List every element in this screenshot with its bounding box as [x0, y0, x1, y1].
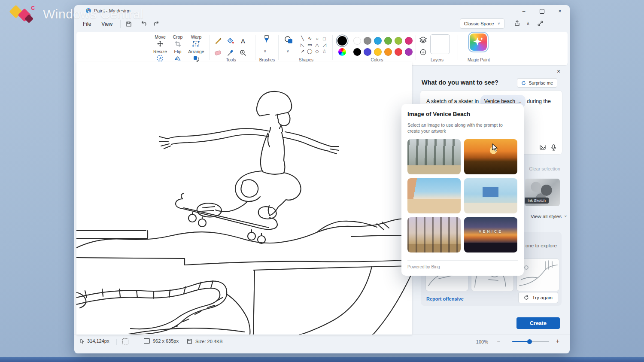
shape-rounded-rect[interactable]: ▭: [307, 42, 313, 48]
shape-rectangle[interactable]: □: [321, 35, 328, 42]
paint-window: Paint - My design – × File View: [74, 5, 570, 353]
file-size: Size: 20.4KB: [187, 338, 223, 344]
shape-right-triangle[interactable]: ◿: [321, 42, 328, 48]
add-layer-button[interactable]: [418, 47, 428, 57]
shape-polygon[interactable]: ◺: [299, 42, 306, 48]
swatch-light-green[interactable]: [395, 37, 402, 45]
zoom-slider-thumb[interactable]: [527, 339, 532, 344]
crop-tool[interactable]: Crop: [168, 34, 188, 49]
zoom-slider[interactable]: [512, 341, 549, 342]
taskbar-edge[interactable]: [0, 357, 644, 362]
shape-star[interactable]: ☆: [321, 48, 328, 55]
zoom-out-button[interactable]: −: [497, 338, 500, 344]
shape-ellipse[interactable]: ○: [314, 35, 320, 42]
powered-by-bing-label: Powered by Bing: [407, 265, 440, 269]
popup-image-boardwalk-cyclists[interactable]: [407, 178, 461, 213]
fill-bucket-icon: [227, 37, 234, 45]
mouse-cursor: [492, 143, 498, 152]
selection-size: [122, 338, 128, 344]
redo-button[interactable]: [151, 19, 162, 29]
add-image-icon[interactable]: [540, 144, 546, 150]
flip-tool[interactable]: Flip: [168, 49, 188, 64]
eraser-tool[interactable]: [213, 48, 223, 58]
shape-curve[interactable]: ∿: [307, 35, 313, 42]
magic-paint-sparkle-icon: [472, 36, 485, 49]
swatch-green[interactable]: [384, 37, 392, 45]
desktop: Paint - My design – × File View: [0, 0, 644, 362]
color-wheel-picker[interactable]: [338, 48, 346, 56]
shapes-icon: [284, 36, 294, 44]
color-picker-tool[interactable]: [226, 48, 235, 58]
style-thumbnail-ink-sketch[interactable]: Ink Sketch: [525, 179, 560, 206]
eraser-icon: [214, 49, 222, 56]
swatch-purple[interactable]: [405, 48, 413, 56]
swatch-indigo[interactable]: [364, 48, 371, 56]
warp-icon: [192, 40, 200, 47]
swatch-gray[interactable]: [364, 37, 371, 45]
text-tool[interactable]: A: [238, 36, 248, 46]
collapse-ribbon-button[interactable]: ∧: [522, 18, 534, 28]
selection-icon: [122, 338, 128, 344]
popup-image-lifeguard-tower[interactable]: [464, 178, 517, 213]
share-button[interactable]: [511, 18, 522, 28]
add-layer-icon: [420, 49, 426, 55]
popup-divider: [407, 260, 518, 261]
close-button[interactable]: ×: [551, 5, 569, 17]
brush-tool[interactable]: [262, 35, 271, 45]
pencil-tool[interactable]: [213, 36, 223, 46]
drawing-canvas[interactable]: [76, 62, 412, 335]
canvas-size-icon: [144, 338, 150, 344]
swatch-black[interactable]: [353, 48, 361, 56]
current-color-swatch[interactable]: [337, 36, 347, 46]
layers-button[interactable]: [418, 35, 428, 45]
swatch-magenta[interactable]: [405, 37, 413, 45]
view-all-styles-link[interactable]: View all styles ∨: [531, 214, 567, 219]
refresh-icon: [521, 81, 526, 85]
swatch-orange[interactable]: [384, 48, 392, 56]
shape-arrow[interactable]: ↗: [299, 48, 306, 55]
sidebar-close-icon[interactable]: ×: [554, 67, 563, 76]
layers-icon: [419, 37, 427, 43]
resize-tool[interactable]: Resize: [150, 49, 170, 64]
statusbar: 314,124px 962 x 635px Size: 20.4KB 100% …: [74, 334, 570, 349]
clear-selection-link[interactable]: Clear selection: [529, 166, 560, 171]
maximize-button[interactable]: [533, 5, 551, 17]
shape-triangle[interactable]: △: [314, 42, 320, 48]
shape-diamond[interactable]: ◇: [314, 48, 320, 55]
popup-image-boardwalk-palms[interactable]: [407, 139, 461, 174]
crop-icon: [174, 40, 181, 47]
magic-paint-button[interactable]: [470, 33, 487, 51]
popup-image-palms-dusk[interactable]: [407, 217, 461, 252]
swatch-yellow[interactable]: [374, 48, 382, 56]
swatch-red[interactable]: [395, 48, 402, 56]
popup-image-venice-sign[interactable]: VENICE: [464, 217, 517, 252]
sidebar-heading: What do you want to see?: [422, 79, 498, 86]
shapes-tool[interactable]: [284, 35, 294, 45]
try-again-button[interactable]: Try again: [518, 292, 558, 303]
layer-thumbnail[interactable]: [430, 34, 450, 54]
minimize-button[interactable]: –: [515, 5, 533, 17]
move-tool[interactable]: Move: [150, 34, 170, 49]
zoom-in-button[interactable]: +: [556, 338, 559, 344]
fill-tool[interactable]: [226, 36, 235, 46]
chevron-down-icon: ∨: [564, 215, 567, 218]
brushes-chevron[interactable]: ∨: [264, 49, 267, 53]
report-offensive-link[interactable]: Report offensive: [426, 296, 464, 301]
popup-title: Image of Venice Beach: [407, 111, 470, 117]
connect-button[interactable]: [535, 18, 546, 28]
magnifier-tool[interactable]: [238, 48, 248, 58]
shapes-chevron[interactable]: ∨: [286, 49, 289, 53]
swatch-blue[interactable]: [374, 37, 382, 45]
create-button[interactable]: Create: [516, 317, 560, 329]
swatch-white[interactable]: [353, 37, 361, 45]
arrange-tool[interactable]: Arrange: [186, 49, 206, 64]
warp-tool[interactable]: Warp: [186, 34, 206, 49]
microphone-icon[interactable]: [551, 144, 556, 151]
theme-dropdown[interactable]: Classic Space ∨: [460, 18, 504, 29]
surprise-me-button[interactable]: Surprise me: [517, 78, 557, 88]
layers-group: Layers: [418, 32, 455, 65]
popup-image-skatepark-sunset[interactable]: [464, 139, 517, 174]
shape-line[interactable]: ╲: [299, 35, 306, 42]
titlebar[interactable]: Paint - My design – ×: [74, 5, 570, 17]
shape-oval[interactable]: ◯: [307, 48, 313, 55]
